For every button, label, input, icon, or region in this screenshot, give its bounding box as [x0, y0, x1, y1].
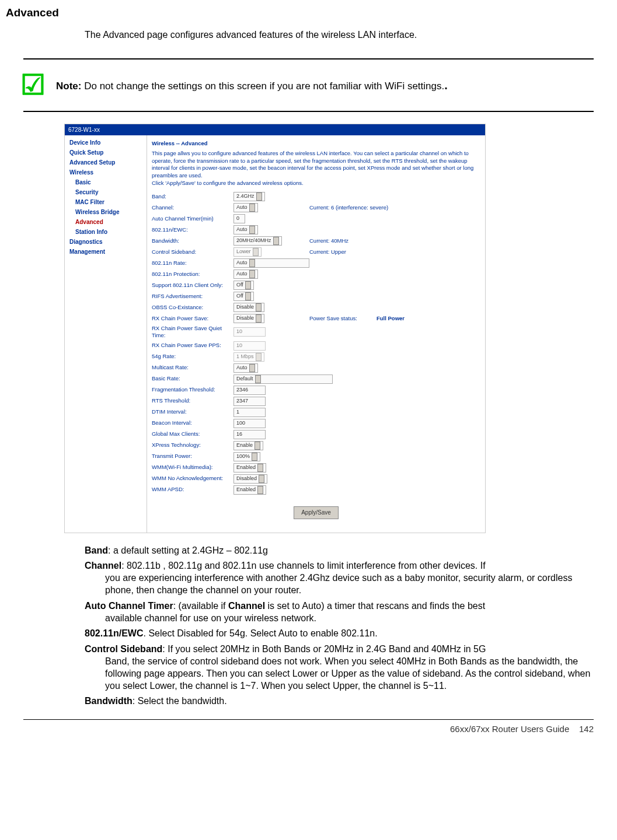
select-tx-power[interactable]: 100% [233, 452, 260, 461]
page-footer: 66xx/67xx Router Users Guide 142 [23, 719, 594, 735]
settings-table: Band: 2.4GHz Channel: Auto Current: 6 (i… [152, 192, 480, 495]
select-client-only[interactable]: Off [233, 281, 254, 290]
label-tx-power: Transmit Power: [152, 453, 233, 460]
model-header: 6728-W1-xx [65, 124, 485, 135]
def-bandwidth: Bandwidth: Select the bandwidth. [85, 695, 594, 708]
apply-save-button[interactable]: Apply/Save [294, 506, 339, 519]
label-obss: OBSS Co-Existance: [152, 304, 233, 311]
select-sideband[interactable]: Lower [233, 247, 262, 257]
label-beacon: Beacon Interval: [152, 419, 233, 426]
label-wmm: WMM(Wi-Fi Multimedia): [152, 464, 233, 471]
label-dtim: DTIM Interval: [152, 408, 233, 415]
select-wmm-apsd[interactable]: Enabled [233, 485, 266, 495]
def-band: Band: a default setting at 2.4GHz – 802.… [85, 545, 594, 557]
label-rx-quiet: RX Chain Power Save Quiet Time: [152, 325, 233, 340]
input-rts[interactable]: 2347 [233, 397, 266, 406]
label-sideband: Control Sideband: [152, 249, 233, 256]
label-auto-timer: Auto Channel Timer(min) [152, 215, 233, 222]
nav-wireless[interactable]: Wireless [65, 167, 147, 177]
label-channel: Channel: [152, 204, 233, 211]
select-n-ewc[interactable]: Auto [233, 225, 258, 235]
nav-device-info[interactable]: Device Info [65, 138, 147, 148]
label-n-ewc: 802.11n/EWC: [152, 226, 233, 233]
def-auto-timer: Auto Channel Timer: (available if Channe… [85, 600, 594, 625]
select-rx-power-save[interactable]: Disable [233, 314, 264, 323]
status-sideband: Current: Upper [309, 249, 429, 256]
footer-guide: 66xx/67xx Router Users Guide [450, 724, 569, 734]
input-frag[interactable]: 2346 [233, 386, 266, 395]
label-wmm-no-ack: WMM No Acknowledgement: [152, 475, 233, 482]
nav-mac-filter[interactable]: MAC Filter [65, 197, 147, 207]
label-power-save-status: Power Save status: [309, 315, 377, 322]
label-client-only: Support 802.11n Client Only: [152, 282, 233, 289]
label-frag: Fragmentation Threshold: [152, 386, 233, 393]
input-rx-pps[interactable]: 10 [233, 341, 266, 351]
input-dtim[interactable]: 1 [233, 408, 266, 417]
label-n-rate: 802.11n Rate: [152, 260, 233, 267]
status-channel: Current: 6 (interference: severe) [309, 204, 429, 211]
select-multicast[interactable]: Auto [233, 363, 258, 373]
label-xpress: XPress Technology: [152, 442, 233, 449]
footer-page: 142 [579, 724, 594, 734]
nav-diagnostics[interactable]: Diagnostics [65, 237, 147, 247]
def-n-ewc: 802.11n/EWC. Select Disabled for 54g. Se… [85, 628, 594, 640]
select-band[interactable]: 2.4GHz [233, 192, 265, 201]
nav-advanced[interactable]: Advanced [65, 217, 147, 227]
select-obss[interactable]: Disable [233, 303, 264, 312]
def-channel: Channel: 802.11b , 802.11g and 802.11n u… [85, 560, 594, 596]
nav-advanced-setup[interactable]: Advanced Setup [65, 158, 147, 167]
nav-basic[interactable]: Basic [65, 177, 147, 187]
select-54g[interactable]: 1 Mbps [233, 352, 264, 362]
note-label: Note: [56, 80, 81, 92]
panel-heading: Wireless -- Advanced [152, 140, 480, 147]
note-body: Do not change the settings on this scree… [84, 80, 444, 92]
label-wmm-apsd: WMM APSD: [152, 486, 233, 493]
nav-quick-setup[interactable]: Quick Setup [65, 148, 147, 158]
label-max-clients: Global Max Clients: [152, 430, 233, 438]
label-bandwidth: Bandwidth: [152, 237, 233, 244]
nav-management[interactable]: Management [65, 247, 147, 257]
main-panel: Wireless -- Advanced This page allws you… [147, 135, 485, 532]
section-heading: Advanced [6, 6, 594, 20]
label-rifs: RIFS Advertisement: [152, 293, 233, 300]
input-beacon[interactable]: 100 [233, 419, 266, 428]
select-rifs[interactable]: Off [233, 292, 254, 301]
nav-wireless-bridge[interactable]: Wireless Bridge [65, 207, 147, 217]
router-screenshot: 6728-W1-xx Device Info Quick Setup Advan… [64, 124, 486, 533]
select-basic-rate[interactable]: Default [233, 374, 333, 384]
note-block: ☑ Note: Do not change the settings on th… [23, 58, 594, 112]
side-nav: Device Info Quick Setup Advanced Setup W… [65, 135, 147, 532]
input-rx-quiet[interactable]: 10 [233, 327, 266, 337]
select-n-protection[interactable]: Auto [233, 270, 258, 279]
label-rx-pps: RX Chain Power Save PPS: [152, 342, 233, 349]
checkmark-icon: ☑ [20, 71, 46, 99]
panel-intro: This page allws you to configure advance… [152, 150, 480, 187]
nav-station-info[interactable]: Station Info [65, 227, 147, 237]
intro-text: The Advanced page configures advanced fe… [85, 29, 594, 41]
select-n-rate[interactable]: Auto [233, 258, 309, 268]
definition-list: Band: a default setting at 2.4GHz – 802.… [85, 545, 594, 708]
label-n-protection: 802.11n Protection: [152, 271, 233, 278]
note-text: Note: Do not change the settings on this… [56, 78, 448, 93]
select-xpress[interactable]: Enable [233, 441, 263, 450]
select-wmm-no-ack[interactable]: Disabled [233, 474, 267, 484]
label-band: Band: [152, 193, 233, 200]
label-54g: 54g Rate: [152, 353, 233, 360]
value-power-save-status: Full Power [377, 315, 429, 322]
label-rts: RTS Threshold: [152, 397, 233, 404]
label-rx-power-save: RX Chain Power Save: [152, 315, 233, 322]
select-channel[interactable]: Auto [233, 203, 258, 212]
select-bandwidth[interactable]: 20MHz/40MHz [233, 236, 282, 246]
status-bandwidth: Current: 40MHz [309, 237, 429, 244]
select-wmm[interactable]: Enabled [233, 463, 266, 473]
label-basic-rate: Basic Rate: [152, 375, 233, 382]
nav-security[interactable]: Security [65, 187, 147, 197]
def-control-sideband: Control Sideband: If you select 20MHz in… [85, 643, 594, 692]
input-max-clients[interactable]: 16 [233, 430, 266, 439]
label-multicast: Multicast Rate: [152, 364, 233, 371]
input-auto-timer[interactable]: 0 [233, 214, 245, 223]
